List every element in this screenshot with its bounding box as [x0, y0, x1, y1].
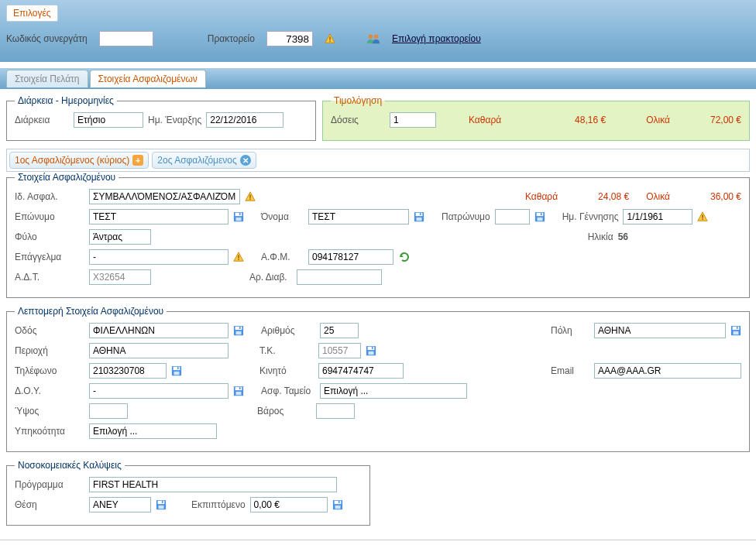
net-label: Καθαρά: [469, 115, 501, 125]
duration-legend: Διάρκεια - Ημερομηνίες: [15, 95, 117, 106]
start-date-input[interactable]: 22/12/2016: [206, 112, 284, 128]
agency-label: Πρακτορείο: [208, 33, 255, 44]
save-icon[interactable]: [414, 211, 424, 222]
number-label: Αριθμός: [261, 325, 315, 336]
save-icon[interactable]: [233, 325, 244, 336]
fathername-label: Πατρώνυμο: [442, 211, 490, 222]
remove-icon[interactable]: ✕: [240, 155, 251, 166]
save-icon[interactable]: [233, 386, 244, 396]
email-label: Email: [551, 365, 589, 376]
insured-id-input[interactable]: [89, 189, 240, 204]
insured-tab-2-label: 2ος Ασφαλιζόμενος: [157, 155, 236, 166]
top-header: Επιλογές Κωδικός συνεργάτη Πρακτορείο Επ…: [0, 0, 756, 62]
passport-input[interactable]: [297, 269, 382, 285]
class-select[interactable]: ΑΝΕΥ: [89, 497, 151, 512]
lastname-label: Επώνυμο: [15, 211, 84, 222]
weight-label: Βάρος: [257, 406, 311, 416]
birthdate-input[interactable]: 1/1/1961: [623, 209, 692, 225]
save-icon[interactable]: [730, 325, 741, 336]
gender-select[interactable]: Άντρας: [89, 229, 151, 245]
footer-legend: Υποχρεωτικό πεδίο για τιμολόγηση Υποχρεω…: [0, 540, 756, 545]
insured-id-label: Ιδ. Ασφαλ.: [15, 191, 84, 202]
duration-label: Διάρκεια: [15, 115, 69, 125]
number-input[interactable]: [320, 323, 359, 338]
afm-label: Α.Φ.Μ.: [261, 252, 304, 262]
weight-input[interactable]: [316, 403, 355, 419]
row-total-value: 36,00 €: [710, 191, 741, 202]
partner-code-label: Κωδικός συνεργάτη: [6, 33, 88, 44]
warning-icon: [325, 33, 335, 44]
deductible-label: Εκπιπτόμενο: [191, 499, 246, 510]
details-legend: Λεπτομερή Στοιχεία Ασφαλιζομένου: [15, 306, 167, 317]
duration-fieldset: Διάρκεια - Ημερομηνίες Διάρκεια Ετήσιο Η…: [6, 95, 316, 141]
job-label: Επάγγελμα: [15, 252, 84, 262]
save-icon[interactable]: [171, 365, 182, 376]
lastname-input[interactable]: [89, 209, 229, 225]
save-icon[interactable]: [156, 499, 167, 510]
city-input[interactable]: [594, 323, 726, 338]
fund-label: Ασφ. Ταμείο: [261, 386, 315, 396]
phone-input[interactable]: [89, 363, 167, 379]
city-label: Πόλη: [551, 325, 589, 336]
save-icon[interactable]: [332, 499, 343, 510]
people-icon: [366, 33, 380, 45]
insured-tab-2[interactable]: 2ος Ασφαλιζόμενος ✕: [152, 152, 256, 169]
installments-select[interactable]: 1: [390, 112, 436, 128]
insured-tab-1[interactable]: 1ος Ασφαλιζόμενος (κύριος) +: [9, 152, 149, 169]
birthdate-label: Ημ. Γέννησης: [562, 211, 619, 222]
passport-label: Αρ. Διαβ.: [249, 272, 292, 283]
zip-label: Τ.Κ.: [259, 345, 314, 356]
afm-input[interactable]: [308, 249, 393, 265]
save-icon[interactable]: [233, 211, 244, 222]
region-label: Περιοχή: [15, 345, 84, 356]
refresh-icon[interactable]: [398, 251, 411, 263]
height-input[interactable]: [89, 403, 128, 419]
add-icon[interactable]: +: [132, 155, 143, 166]
total-value: 72,00 €: [710, 115, 741, 125]
mobile-label: Κινητό: [259, 365, 314, 376]
warning-icon: [245, 191, 256, 202]
details-fieldset: Λεπτομερή Στοιχεία Ασφαλιζομένου Οδός Αρ…: [6, 306, 750, 452]
pricing-fieldset: Τιμολόγηση Δόσεις 1 Καθαρά 48,16 € Ολικά…: [322, 95, 750, 141]
mobile-input[interactable]: [318, 363, 404, 379]
installments-label: Δόσεις: [331, 115, 385, 125]
phone-label: Τηλέφωνο: [15, 365, 84, 376]
row-net-label: Καθαρά: [525, 191, 558, 202]
doy-input[interactable]: [89, 383, 229, 399]
insured-legend: Στοιχεία Ασφαλιζομένου: [15, 172, 119, 183]
deductible-select[interactable]: 0,00 €: [250, 497, 328, 512]
fathername-input[interactable]: [495, 209, 530, 225]
partner-code-input[interactable]: [99, 31, 153, 46]
insured-tabs: 1ος Ασφαλιζόμενος (κύριος) + 2ος Ασφαλιζ…: [6, 149, 750, 172]
total-label: Ολικά: [646, 115, 670, 125]
insured-fieldset: Στοιχεία Ασφαλιζομένου Ιδ. Ασφαλ. Καθαρά…: [6, 172, 750, 298]
street-input[interactable]: [89, 323, 229, 338]
nationality-select[interactable]: Επιλογή ...: [89, 423, 217, 439]
save-icon[interactable]: [534, 211, 545, 222]
email-input[interactable]: [594, 363, 741, 379]
hospital-legend: Νοσοκομειακές Καλύψεις: [15, 460, 125, 471]
tab-client-data[interactable]: Στοιχεία Πελάτη: [6, 70, 88, 87]
adt-label: Α.Δ.Τ.: [15, 272, 84, 283]
region-input[interactable]: [89, 343, 229, 358]
pricing-legend: Τιμολόγηση: [331, 95, 385, 106]
street-label: Οδός: [15, 325, 84, 336]
duration-select[interactable]: Ετήσιο: [74, 112, 143, 128]
firstname-label: Όνομα: [261, 211, 304, 222]
hospital-fieldset: Νοσοκομειακές Καλύψεις Πρόγραμμα FIRST H…: [6, 460, 370, 526]
row-net-value: 24,08 €: [598, 191, 629, 202]
warning-icon: [233, 252, 244, 262]
agency-input[interactable]: [266, 31, 313, 46]
doy-label: Δ.Ο.Υ.: [15, 386, 84, 396]
fund-select[interactable]: Επιλογή ...: [320, 383, 467, 399]
program-select[interactable]: FIRST HEALTH: [89, 477, 337, 492]
job-input[interactable]: [89, 249, 229, 265]
options-button[interactable]: Επιλογές: [6, 5, 58, 22]
save-icon[interactable]: [366, 345, 376, 356]
zip-input: [318, 343, 361, 358]
tab-insured-data[interactable]: Στοιχεία Ασφαλιζομένων: [90, 70, 206, 87]
firstname-input[interactable]: [308, 209, 409, 225]
age-label: Ηλικία: [588, 231, 613, 242]
pick-agency-link[interactable]: Επιλογή πρακτορείου: [392, 33, 481, 44]
gender-label: Φύλο: [15, 231, 84, 242]
